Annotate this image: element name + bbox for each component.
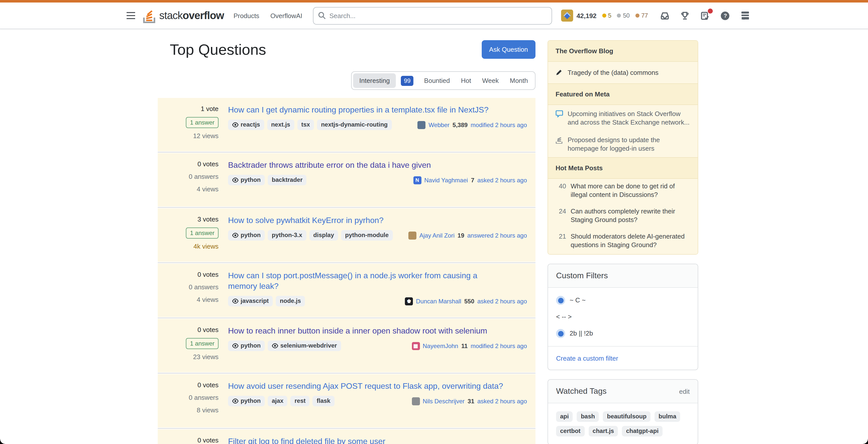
tag-pill[interactable]: python-module <box>341 230 393 241</box>
tag-pill[interactable]: flask <box>313 396 335 406</box>
question-activity-time[interactable]: asked 2 hours ago <box>477 297 527 305</box>
watched-tag-pill[interactable]: api <box>556 411 573 422</box>
tab-week[interactable]: Week <box>477 73 504 88</box>
watched-tag-pill[interactable]: beautifulsoup <box>603 411 651 422</box>
stackoverflow-logo[interactable]: stackoverflow <box>139 8 228 23</box>
custom-filter-item[interactable]: ~ C ~ <box>556 296 690 305</box>
inbox-icon[interactable] <box>660 10 670 21</box>
search-box[interactable] <box>313 7 552 24</box>
user-profile-cluster[interactable]: 42,192 5 50 77 <box>561 9 648 22</box>
question-title-link[interactable]: How can I stop port.postMessage() in a n… <box>228 270 508 291</box>
user-name-link[interactable]: Ajay Anil Zori <box>420 232 455 239</box>
pencil-icon <box>556 68 563 77</box>
user-reputation: 11 <box>461 342 467 349</box>
user-avatar[interactable] <box>412 397 420 405</box>
question-activity-time[interactable]: asked 2 hours ago <box>477 398 527 405</box>
question-activity-time[interactable]: answered 2 hours ago <box>467 232 527 239</box>
meta-item[interactable]: Upcoming initiatives on Stack Overflow a… <box>548 105 698 131</box>
tag-pill[interactable]: next.js <box>267 120 294 130</box>
hot-meta-item[interactable]: 40 What more can be done to get rid of i… <box>548 179 698 203</box>
question-row: 0 votes 0 answers 4 views How can I stop… <box>158 264 535 317</box>
user-reputation: 7 <box>471 177 474 184</box>
new-questions-count-badge[interactable]: 99 <box>401 75 414 86</box>
tab-interesting[interactable]: Interesting <box>353 73 396 88</box>
question-title-link[interactable]: How to solve pywhatkit KeyError in pyrho… <box>228 215 508 225</box>
user-avatar[interactable] <box>417 121 426 129</box>
user-name-link[interactable]: Duncan Marshall <box>416 297 461 305</box>
tab-hot[interactable]: Hot <box>455 73 476 88</box>
user-name-link[interactable]: Webber <box>429 121 450 128</box>
top-navigation-bar: stackoverflow Products OverflowAI 42,192… <box>0 2 868 29</box>
watched-tag-pill[interactable]: chart.js <box>588 426 618 437</box>
answer-count: 1 answer <box>186 117 218 128</box>
question-title-link[interactable]: How avoid user resending Ajax POST reque… <box>228 381 508 391</box>
tag-pill[interactable]: nextjs-dynamic-routing <box>317 120 392 130</box>
question-activity-time[interactable]: modified 2 hours ago <box>471 342 527 349</box>
user-avatar[interactable] <box>561 9 573 22</box>
tag-list: pythonpython-3.xdisplaypython-module <box>228 230 393 241</box>
question-title-link[interactable]: Backtrader throws attribute error on the… <box>228 160 508 170</box>
stackexchange-icon[interactable] <box>740 10 750 21</box>
filter-selected-icon <box>556 296 565 305</box>
hamburger-menu-icon[interactable] <box>123 7 135 24</box>
view-count: 12 views <box>193 132 218 140</box>
watched-tag-pill[interactable]: bulma <box>654 411 680 422</box>
achievements-trophy-icon[interactable] <box>680 10 690 21</box>
nav-products-link[interactable]: Products <box>228 8 265 23</box>
silver-badge-icon <box>617 13 621 18</box>
question-title-link[interactable]: Filter git log to find deleted file by s… <box>228 436 508 444</box>
user-avatar[interactable]: N <box>413 176 421 184</box>
hot-meta-item[interactable]: 21 Should moderators delete AI-generated… <box>548 228 698 254</box>
question-row: 0 votes 1 answer 23 views How to reach i… <box>158 319 535 372</box>
tag-pill[interactable]: selenium-webdriver <box>268 341 341 351</box>
meta-item[interactable]: Proposed designs to update the homepage … <box>548 131 698 157</box>
custom-filter-item[interactable]: 2b || !2b <box>556 329 690 338</box>
question-title-link[interactable]: How to reach inner button inside a inner… <box>228 325 508 336</box>
question-list: 1 vote 1 answer 12 views How can I get d… <box>158 98 535 444</box>
question-activity-time[interactable]: asked 2 hours ago <box>477 177 527 184</box>
tag-pill[interactable]: reactjs <box>228 120 264 130</box>
tag-pill[interactable]: python <box>228 175 265 185</box>
search-input[interactable] <box>330 12 547 19</box>
user-avatar[interactable]: ▦ <box>412 342 420 350</box>
tag-pill[interactable]: javascript <box>228 296 273 306</box>
question-title-link[interactable]: How can I get dynamic routing properties… <box>228 104 508 115</box>
user-name-link[interactable]: Nils Deschrijver <box>423 398 465 405</box>
tag-pill[interactable]: rest <box>290 396 310 406</box>
watched-tag-pill[interactable]: bash <box>577 411 599 422</box>
answer-count: 0 answers <box>189 283 219 292</box>
question-activity-time[interactable]: modified 2 hours ago <box>471 121 527 128</box>
watched-tag-eye-icon <box>232 343 239 349</box>
blog-item[interactable]: Tragedy of the (data) commons <box>548 62 698 83</box>
nav-overflowai-link[interactable]: OverflowAI <box>265 8 308 23</box>
watched-tag-pill[interactable]: certbot <box>556 426 584 437</box>
top-accent-bar <box>0 0 868 2</box>
create-custom-filter-link[interactable]: Create a custom filter <box>556 355 618 362</box>
ask-question-button[interactable]: Ask Question <box>482 40 535 59</box>
custom-filter-item[interactable]: < -- > <box>556 312 690 321</box>
tag-pill[interactable]: display <box>309 230 338 241</box>
tag-list: javascriptnode.js <box>228 296 305 306</box>
tag-pill[interactable]: python <box>228 341 265 351</box>
tag-pill[interactable]: tsx <box>297 120 314 130</box>
custom-filters-title: Custom Filters <box>556 271 608 280</box>
watched-tags-title: Watched Tags <box>556 387 607 396</box>
watched-tag-pill[interactable]: chatgpt-api <box>622 426 662 437</box>
user-avatar[interactable] <box>408 231 416 239</box>
tab-bountied[interactable]: Bountied <box>419 73 456 88</box>
help-icon[interactable]: ? <box>720 10 731 21</box>
tag-pill[interactable]: python <box>228 396 265 406</box>
tag-pill[interactable]: backtrader <box>268 175 307 185</box>
user-reputation: 19 <box>458 232 464 239</box>
edit-watched-tags-link[interactable]: edit <box>679 387 690 395</box>
user-name-link[interactable]: NayeemJohn <box>423 342 458 349</box>
review-queue-icon[interactable] <box>700 10 710 21</box>
tag-pill[interactable]: python-3.x <box>268 230 306 241</box>
tab-month[interactable]: Month <box>504 73 533 88</box>
user-name-link[interactable]: Navid Yaghmaei <box>424 177 468 184</box>
tag-pill[interactable]: node.js <box>276 296 305 306</box>
hot-meta-item[interactable]: 24 Can authors completely rewrite their … <box>548 203 698 228</box>
user-avatar[interactable]: ♚ <box>405 297 413 305</box>
tag-pill[interactable]: python <box>228 230 265 241</box>
tag-pill[interactable]: ajax <box>268 396 287 406</box>
